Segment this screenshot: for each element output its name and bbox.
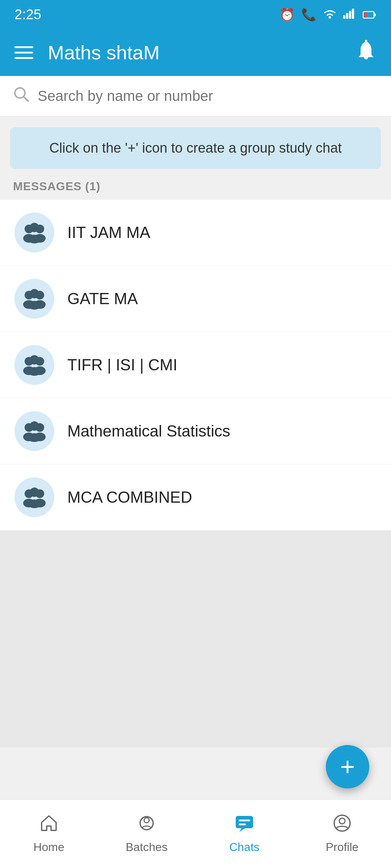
chat-item-3[interactable]: TIFR | ISI | CMI (0, 332, 391, 398)
chat-name-5: MCA COMBINED (67, 488, 192, 506)
svg-rect-3 (349, 11, 351, 19)
status-bar: 2:25 ⏰ 📞 (0, 0, 391, 29)
battery-icon (363, 8, 377, 22)
svg-point-16 (28, 235, 41, 243)
create-group-banner: Click on the '+' icon to create a group … (10, 127, 381, 169)
search-input[interactable] (38, 88, 378, 104)
chat-name-4: Mathematical Statistics (67, 422, 230, 440)
menu-button[interactable] (14, 46, 33, 59)
wifi-icon (323, 8, 337, 22)
alarm-icon: ⏰ (279, 7, 295, 22)
svg-point-31 (30, 421, 39, 431)
gray-filler-section (0, 531, 391, 748)
chat-avatar-5 (14, 477, 54, 517)
svg-rect-45 (239, 824, 246, 825)
profile-nav-icon (333, 814, 352, 837)
status-icons: ⏰ 📞 (279, 7, 377, 22)
svg-rect-7 (374, 13, 376, 16)
svg-point-25 (30, 355, 39, 365)
phone-icon: 📞 (301, 7, 316, 22)
svg-rect-44 (239, 820, 250, 821)
chat-item-1[interactable]: IIT JAM MA (0, 200, 391, 266)
app-bar: Maths shtaM (0, 29, 391, 76)
svg-rect-4 (352, 9, 354, 19)
svg-point-34 (28, 433, 41, 442)
batches-nav-icon (137, 814, 156, 837)
nav-item-chats[interactable]: Chats (196, 807, 293, 861)
svg-rect-1 (343, 15, 345, 19)
chat-name-2: GATE MA (67, 290, 138, 308)
svg-point-47 (339, 818, 345, 824)
home-nav-label: Home (33, 841, 64, 854)
messages-label: MESSAGES (1) (13, 180, 100, 193)
svg-point-42 (144, 818, 149, 823)
svg-rect-43 (236, 816, 253, 828)
profile-nav-label: Profile (326, 841, 359, 854)
app-title: Maths shtaM (48, 41, 356, 64)
svg-point-13 (30, 223, 39, 232)
chats-nav-icon (234, 814, 255, 837)
nav-item-home[interactable]: Home (0, 807, 98, 861)
svg-point-40 (28, 499, 41, 508)
chat-item-5[interactable]: MCA COMBINED (0, 464, 391, 531)
svg-point-22 (28, 301, 41, 310)
chat-list: IIT JAM MA GATE MA TIF (0, 200, 391, 531)
chat-item-2[interactable]: GATE MA (0, 266, 391, 332)
status-time: 2:25 (14, 7, 41, 22)
search-container (0, 76, 391, 116)
nav-item-profile[interactable]: Profile (293, 807, 391, 861)
search-icon (13, 86, 29, 106)
svg-point-37 (30, 488, 39, 497)
nav-item-batches[interactable]: Batches (98, 807, 196, 861)
fab-plus-icon: + (340, 754, 355, 779)
notifications-icon[interactable] (356, 39, 377, 66)
svg-line-10 (24, 97, 28, 101)
chats-nav-label: Chats (229, 841, 260, 854)
signal-icon (343, 8, 356, 22)
add-group-fab[interactable]: + (326, 745, 369, 788)
bottom-navigation: Home Batches Chats (0, 799, 391, 868)
create-group-text: Click on the '+' icon to create a group … (49, 140, 342, 156)
chat-item-4[interactable]: Mathematical Statistics (0, 398, 391, 464)
svg-rect-8 (365, 40, 367, 43)
svg-point-0 (329, 16, 331, 18)
chat-name-1: IIT JAM MA (67, 224, 150, 242)
chat-avatar-4 (14, 411, 54, 451)
svg-rect-2 (346, 13, 348, 19)
svg-rect-6 (364, 12, 367, 17)
svg-point-28 (28, 367, 41, 376)
messages-section-header: MESSAGES (1) (0, 169, 391, 200)
chat-avatar-3 (14, 345, 54, 385)
svg-point-19 (30, 289, 39, 298)
home-nav-icon (39, 814, 58, 837)
chat-avatar-2 (14, 279, 54, 319)
chat-name-3: TIFR | ISI | CMI (67, 356, 177, 374)
batches-nav-label: Batches (126, 841, 168, 854)
chat-avatar-1 (14, 213, 54, 252)
